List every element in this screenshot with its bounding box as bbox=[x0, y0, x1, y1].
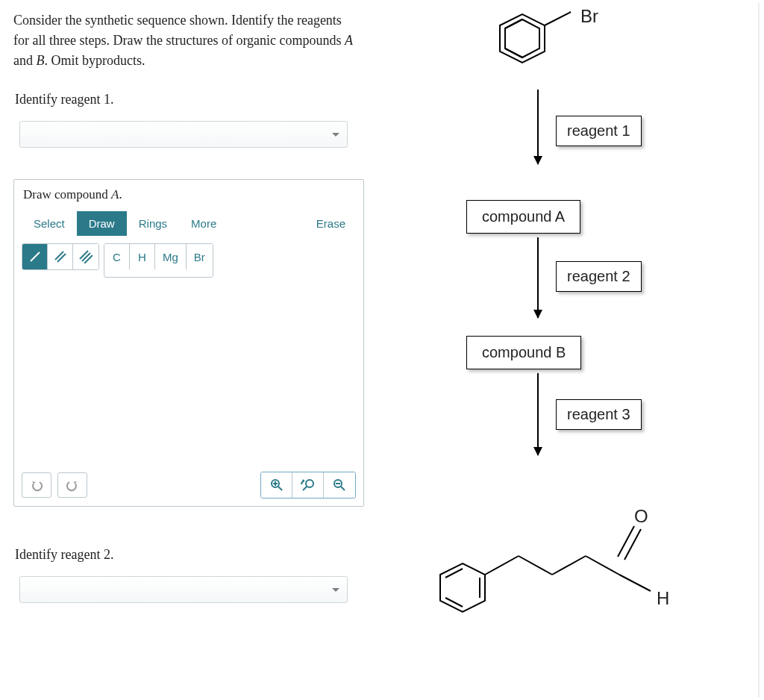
prompt-text: Consider the synthetic sequence shown. I… bbox=[13, 13, 345, 48]
erase-button[interactable]: Erase bbox=[306, 211, 356, 236]
svg-line-3 bbox=[80, 251, 88, 259]
svg-point-10 bbox=[306, 480, 313, 487]
arrow-2 bbox=[537, 237, 539, 318]
zoom-out-button[interactable] bbox=[324, 472, 355, 498]
arrow-3 bbox=[537, 373, 539, 455]
tab-rings[interactable]: Rings bbox=[127, 211, 179, 236]
undo-button[interactable] bbox=[22, 472, 51, 498]
editor-header: Draw compound A. bbox=[14, 180, 363, 205]
synthesis-diagram: Br reagent 1 compound A reagent 2 compou… bbox=[410, 7, 724, 679]
editor-header-pre: Draw compound bbox=[23, 187, 111, 201]
svg-line-30 bbox=[624, 529, 641, 560]
chevron-down-icon bbox=[332, 588, 339, 592]
svg-marker-15 bbox=[500, 14, 545, 63]
editor-header-a: A bbox=[111, 187, 119, 201]
svg-line-27 bbox=[552, 556, 586, 575]
svg-line-11 bbox=[303, 487, 307, 490]
tab-more[interactable]: More bbox=[179, 211, 228, 236]
svg-line-20 bbox=[545, 12, 571, 25]
svg-line-0 bbox=[31, 252, 40, 261]
double-bond-tool[interactable] bbox=[48, 244, 73, 269]
reagent2-label: Identify reagent 2. bbox=[15, 547, 360, 563]
element-c-button[interactable]: C bbox=[104, 244, 130, 269]
svg-line-28 bbox=[586, 556, 619, 575]
svg-line-7 bbox=[278, 487, 282, 490]
svg-line-1 bbox=[55, 251, 63, 260]
prompt-a: A bbox=[345, 33, 353, 48]
tab-draw[interactable]: Draw bbox=[77, 211, 127, 236]
single-bond-tool[interactable] bbox=[22, 244, 48, 269]
reagent3-box: reagent 3 bbox=[556, 399, 642, 430]
reagent2-box: reagent 2 bbox=[556, 261, 642, 292]
zoom-in-button[interactable] bbox=[261, 472, 292, 498]
reagent1-label: Identify reagent 1. bbox=[15, 92, 360, 107]
chevron-down-icon bbox=[332, 133, 339, 137]
undo-icon bbox=[30, 478, 43, 492]
arrow-1 bbox=[537, 90, 539, 164]
reagent1-box: reagent 1 bbox=[556, 116, 642, 146]
svg-line-2 bbox=[57, 254, 66, 262]
o-atom-label: O bbox=[634, 506, 648, 527]
svg-marker-21 bbox=[440, 563, 485, 612]
element-mg-button[interactable]: Mg bbox=[155, 244, 187, 269]
reagent1-dropdown[interactable] bbox=[19, 121, 348, 148]
zoom-in-icon bbox=[269, 478, 284, 493]
svg-line-4 bbox=[82, 253, 90, 261]
svg-line-5 bbox=[84, 255, 93, 263]
prompt-b: B bbox=[37, 53, 45, 68]
single-bond-icon bbox=[28, 250, 42, 263]
triple-bond-tool[interactable] bbox=[73, 244, 98, 269]
reset-zoom-button[interactable] bbox=[292, 472, 324, 498]
compound-a-box: compound A bbox=[466, 200, 580, 234]
reagent2-dropdown[interactable] bbox=[19, 576, 348, 603]
svg-line-31 bbox=[619, 575, 651, 591]
reset-zoom-icon bbox=[300, 478, 316, 493]
svg-line-13 bbox=[341, 487, 345, 490]
element-br-button[interactable]: Br bbox=[187, 244, 213, 269]
br-atom-label: Br bbox=[580, 6, 598, 27]
question-prompt: Consider the synthetic sequence shown. I… bbox=[13, 10, 360, 71]
structure-editor: Draw compound A. Select Draw Rings More … bbox=[13, 179, 364, 507]
tab-select[interactable]: Select bbox=[22, 211, 77, 236]
redo-icon bbox=[66, 478, 79, 492]
h-atom-label: H bbox=[657, 588, 669, 609]
svg-line-26 bbox=[519, 556, 552, 575]
double-bond-icon bbox=[54, 250, 67, 263]
triple-bond-icon bbox=[79, 250, 93, 263]
drawing-canvas[interactable] bbox=[14, 285, 363, 464]
zoom-out-icon bbox=[332, 478, 347, 493]
svg-line-25 bbox=[485, 556, 519, 575]
redo-button[interactable] bbox=[57, 472, 87, 498]
prompt-tail: . Omit byproducts. bbox=[45, 53, 145, 68]
prompt-and: and bbox=[13, 53, 37, 68]
compound-b-box: compound B bbox=[466, 336, 581, 369]
svg-line-29 bbox=[618, 526, 634, 557]
editor-header-post: . bbox=[119, 187, 122, 201]
element-h-button[interactable]: H bbox=[130, 244, 155, 269]
scrollbar[interactable] bbox=[758, 3, 760, 697]
